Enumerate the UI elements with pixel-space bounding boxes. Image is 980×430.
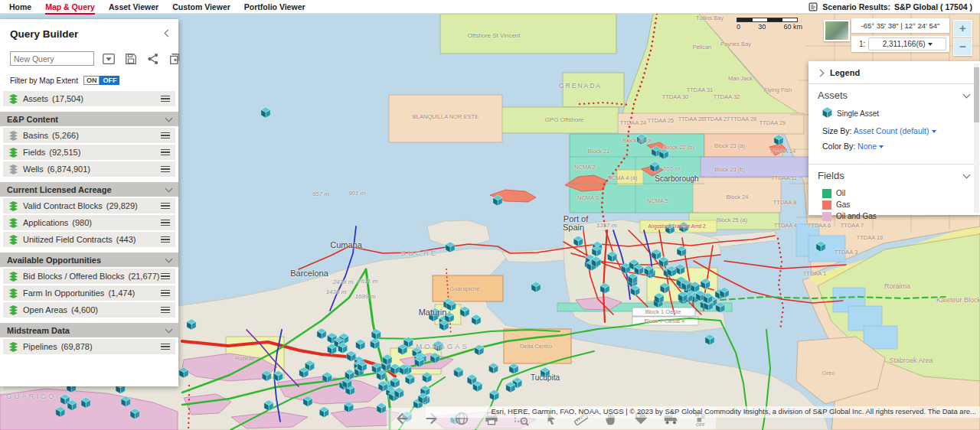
layer-item-applications[interactable]: Applications(980) [3, 215, 175, 230]
asset-cube-icon[interactable] [678, 292, 688, 302]
section-header-current-licensed-acreage[interactable]: Current Licensed Acreage [0, 182, 178, 197]
asset-cube-icon[interactable] [344, 402, 353, 412]
layer-item-pipelines[interactable]: Pipelines(69,878) [3, 339, 175, 354]
nav-item-portfolio-viewer[interactable]: Portfolio Viewer [244, 1, 305, 13]
asset-cube-icon[interactable] [356, 339, 365, 350]
asset-cube-icon[interactable] [446, 242, 455, 252]
asset-cube-icon[interactable] [390, 363, 400, 374]
asset-cube-icon[interactable] [573, 236, 583, 246]
asset-cube-icon[interactable] [488, 363, 498, 373]
layer-item-unitized-field-contracts[interactable]: Unitized Field Contracts(443) [3, 232, 175, 247]
zoom-out-button[interactable]: − [953, 38, 972, 56]
asset-cube-icon[interactable] [430, 353, 439, 363]
asset-cube-icon[interactable] [398, 344, 407, 355]
nav-item-home[interactable]: Home [9, 1, 31, 13]
asset-cube-icon[interactable] [473, 381, 482, 392]
asset-cube-icon[interactable] [681, 280, 691, 291]
asset-cube-icon[interactable] [600, 283, 609, 294]
asset-cube-icon[interactable] [677, 246, 686, 256]
layer-item-valid-contract-blocks[interactable]: Valid Contract Blocks(29,829) [3, 198, 175, 213]
asset-cube-icon[interactable] [179, 367, 188, 378]
layer-item-fields[interactable]: Fields(92,515) [3, 145, 175, 160]
chevron-right-icon[interactable] [817, 69, 825, 77]
section-header-e-p-content[interactable]: E&P Content [0, 112, 178, 126]
asset-cube-icon[interactable] [377, 403, 386, 414]
legend-section-fields[interactable]: Fields [808, 164, 980, 186]
asset-cube-icon[interactable] [261, 107, 270, 118]
asset-cube-icon[interactable] [187, 319, 196, 330]
layer-menu-icon[interactable] [161, 131, 170, 141]
asset-cube-icon[interactable] [322, 372, 332, 383]
layer-menu-icon[interactable] [161, 201, 170, 211]
asset-cube-icon[interactable] [634, 264, 643, 275]
asset-cube-icon[interactable] [660, 282, 669, 293]
asset-cube-icon[interactable] [317, 328, 326, 339]
asset-cube-icon[interactable] [371, 338, 380, 349]
layer-item-wells[interactable]: Wells(6,874,901) [3, 161, 175, 177]
asset-cube-icon[interactable] [531, 282, 541, 292]
add-query-button[interactable] [168, 52, 182, 66]
asset-cube-icon[interactable] [405, 374, 414, 385]
asset-cube-icon[interactable] [475, 344, 484, 355]
asset-cube-icon[interactable] [493, 195, 502, 206]
basemap-gallery-thumbnail[interactable] [824, 20, 850, 41]
asset-cube-icon[interactable] [264, 400, 273, 411]
layer-menu-icon[interactable] [161, 272, 170, 282]
layer-menu-icon[interactable] [161, 288, 170, 298]
asset-cube-icon[interactable] [418, 393, 427, 404]
asset-cube-icon[interactable] [592, 246, 601, 256]
layer-item-bid-blocks-offered-blocks[interactable]: Bid Blocks / Offered Blocks(21,677) [3, 269, 175, 284]
share-query-button[interactable] [146, 52, 160, 66]
asset-cube-icon[interactable] [338, 343, 347, 353]
layer-menu-icon[interactable] [161, 235, 170, 245]
asset-cube-icon[interactable] [130, 409, 139, 419]
color-by-dropdown[interactable]: None [858, 142, 884, 151]
asset-cube-icon[interactable] [273, 370, 283, 381]
asset-cube-icon[interactable] [720, 288, 729, 298]
back-button[interactable] [394, 410, 410, 427]
asset-cube-icon[interactable] [509, 363, 518, 374]
layer-item-assets[interactable]: Assets(17,504) [3, 91, 175, 106]
layer-menu-icon[interactable] [161, 94, 170, 104]
asset-cube-icon[interactable] [454, 367, 463, 378]
asset-cube-icon[interactable] [262, 370, 271, 381]
layer-item-farm-in-opportunities[interactable]: Farm In Opportunities(1,474) [3, 285, 175, 301]
asset-cube-icon[interactable] [667, 266, 676, 277]
asset-cube-icon[interactable] [319, 407, 328, 418]
asset-cube-icon[interactable] [347, 350, 356, 361]
scrollbar-thumb[interactable] [974, 67, 979, 122]
asset-cube-icon[interactable] [303, 396, 312, 406]
asset-cube-icon[interactable] [394, 388, 403, 399]
layer-item-basins[interactable]: Basins(5,266) [3, 128, 175, 143]
size-by-dropdown[interactable]: Asset Count (default) [854, 126, 936, 135]
layer-menu-icon[interactable] [161, 218, 170, 228]
legend-scrollbar[interactable] [974, 64, 979, 213]
section-header-available-opportunities[interactable]: Available Opportunities [0, 252, 178, 267]
asset-cube-icon[interactable] [608, 251, 617, 262]
filter-on-toggle[interactable]: ON [83, 76, 100, 85]
asset-cube-icon[interactable] [460, 306, 469, 317]
collapse-panel-button[interactable] [165, 25, 173, 33]
asset-cube-icon[interactable] [592, 256, 601, 267]
asset-cube-icon[interactable] [121, 396, 130, 407]
zoom-in-button[interactable]: + [953, 20, 972, 37]
asset-cube-icon[interactable] [446, 300, 456, 311]
asset-cube-icon[interactable] [383, 354, 392, 365]
asset-cube-icon[interactable] [371, 329, 381, 340]
scenario-results[interactable]: Scenario Results: S&P Global ( 17504 ) [808, 2, 972, 12]
nav-item-map-query[interactable]: Map & Query [45, 1, 95, 13]
asset-cube-icon[interactable] [690, 282, 699, 292]
asset-cube-icon[interactable] [816, 241, 825, 252]
asset-cube-icon[interactable] [506, 382, 515, 393]
asset-cube-icon[interactable] [630, 285, 639, 296]
asset-cube-icon[interactable] [628, 273, 637, 284]
save-query-button[interactable] [124, 52, 138, 66]
asset-cube-icon[interactable] [705, 334, 714, 345]
asset-cube-icon[interactable] [716, 302, 725, 313]
asset-cube-icon[interactable] [701, 279, 710, 289]
layer-menu-icon[interactable] [161, 305, 170, 315]
asset-cube-icon[interactable] [372, 363, 381, 373]
asset-cube-icon[interactable] [390, 377, 400, 388]
asset-cube-icon[interactable] [56, 406, 65, 417]
asset-cube-icon[interactable] [378, 381, 387, 392]
